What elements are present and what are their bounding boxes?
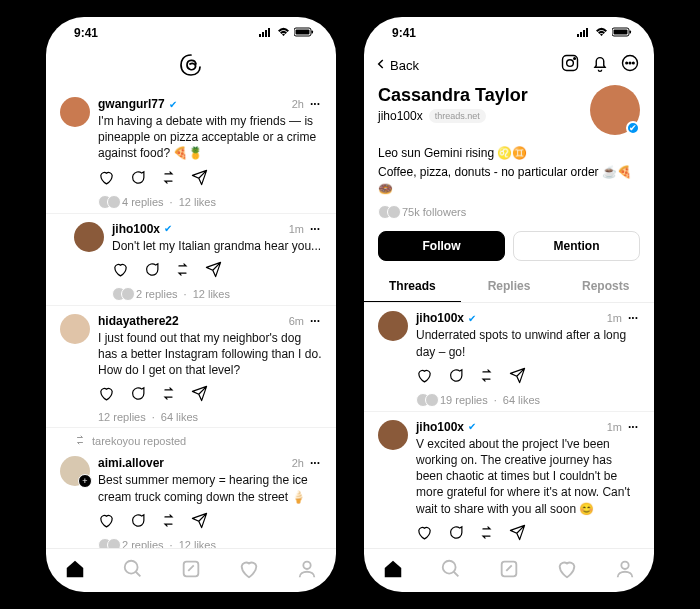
profile-avatar[interactable]: ✔: [590, 85, 640, 135]
avatar[interactable]: [60, 97, 90, 127]
profile-feed-scroll[interactable]: jiho100x ✔ 1m ··· Underrated spots to un…: [364, 303, 654, 548]
reply-avatars[interactable]: [98, 195, 116, 209]
reply-avatars[interactable]: [98, 538, 116, 548]
post-menu-button[interactable]: ···: [626, 420, 640, 434]
username[interactable]: gwangurl77: [98, 97, 165, 111]
avatar[interactable]: [60, 314, 90, 344]
replies-count[interactable]: 2 replies: [122, 539, 164, 548]
svg-point-7: [125, 560, 138, 573]
post-time: 1m: [607, 421, 622, 433]
post-menu-button[interactable]: ···: [308, 97, 322, 111]
username[interactable]: hidayathere22: [98, 314, 179, 328]
tab-home[interactable]: [382, 558, 404, 584]
username[interactable]: jiho100x: [416, 311, 464, 325]
tab-profile[interactable]: [296, 558, 318, 584]
feed-post[interactable]: jiho100x ✔ 1m ··· Underrated spots to un…: [364, 303, 654, 411]
tab-search[interactable]: [440, 558, 462, 584]
like-button[interactable]: [416, 524, 433, 545]
replies-count[interactable]: 12 replies: [98, 411, 146, 423]
username[interactable]: aimi.allover: [98, 456, 164, 470]
like-button[interactable]: [98, 385, 115, 406]
post-time: 2h: [292, 98, 304, 110]
tab-home[interactable]: [64, 558, 86, 584]
comment-button[interactable]: [129, 385, 146, 406]
avatar[interactable]: [74, 222, 104, 252]
repost-button[interactable]: [160, 169, 177, 190]
svg-point-23: [633, 62, 635, 64]
likes-count[interactable]: 12 likes: [179, 196, 216, 208]
replies-count[interactable]: 4 replies: [122, 196, 164, 208]
svg-point-21: [626, 62, 628, 64]
tab-profile[interactable]: [614, 558, 636, 584]
like-button[interactable]: [112, 261, 129, 282]
repost-button[interactable]: [174, 261, 191, 282]
share-button[interactable]: [205, 261, 222, 282]
feed-post[interactable]: gwangurl77 ✔ 2h ··· I'm having a debate …: [46, 89, 336, 214]
verified-icon: ✔: [164, 223, 172, 234]
comment-button[interactable]: [129, 512, 146, 533]
feed-post[interactable]: hidayathere22 6m ··· I just found out th…: [46, 306, 336, 429]
likes-count[interactable]: 12 likes: [193, 288, 230, 300]
reply-avatars[interactable]: [416, 393, 434, 407]
likes-count[interactable]: 64 likes: [161, 411, 198, 423]
replies-count[interactable]: 2 replies: [136, 288, 178, 300]
reply-avatars[interactable]: [112, 287, 130, 301]
tab-compose[interactable]: [180, 558, 202, 584]
tab-threads[interactable]: Threads: [364, 271, 461, 302]
post-menu-button[interactable]: ···: [308, 456, 322, 470]
comment-button[interactable]: [129, 169, 146, 190]
more-button[interactable]: [620, 53, 640, 77]
notifications-button[interactable]: [590, 53, 610, 77]
svg-point-18: [567, 60, 574, 67]
tab-activity[interactable]: [238, 558, 260, 584]
tab-reposts[interactable]: Reposts: [557, 271, 654, 302]
svg-rect-3: [268, 28, 270, 37]
feed-scroll[interactable]: gwangurl77 ✔ 2h ··· I'm having a debate …: [46, 89, 336, 548]
follow-button[interactable]: Follow: [378, 231, 505, 261]
feed-post[interactable]: jiho100x ✔ 1m ··· V excited about the pr…: [364, 412, 654, 548]
tab-replies[interactable]: Replies: [461, 271, 558, 302]
avatar[interactable]: [60, 456, 90, 486]
comment-button[interactable]: [447, 367, 464, 388]
share-button[interactable]: [191, 169, 208, 190]
avatar[interactable]: [378, 420, 408, 450]
username[interactable]: jiho100x: [112, 222, 160, 236]
feed-post[interactable]: aimi.allover 2h ··· Best summer memory =…: [46, 448, 336, 548]
like-button[interactable]: [98, 169, 115, 190]
comment-button[interactable]: [447, 524, 464, 545]
instagram-button[interactable]: [560, 53, 580, 77]
mention-button[interactable]: Mention: [513, 231, 640, 261]
username[interactable]: jiho100x: [416, 420, 464, 434]
domain-pill[interactable]: threads.net: [429, 109, 486, 123]
avatar[interactable]: [378, 311, 408, 341]
feed-post[interactable]: jiho100x ✔ 1m ··· Don't let my Italian g…: [46, 214, 336, 306]
verified-icon: ✔: [468, 421, 476, 432]
share-button[interactable]: [191, 512, 208, 533]
post-menu-button[interactable]: ···: [308, 222, 322, 236]
like-button[interactable]: [416, 367, 433, 388]
follower-avatars[interactable]: [378, 205, 396, 219]
share-button[interactable]: [509, 367, 526, 388]
verified-icon: ✔: [468, 313, 476, 324]
likes-count[interactable]: 64 likes: [503, 394, 540, 406]
repost-button[interactable]: [160, 512, 177, 533]
comment-button[interactable]: [143, 261, 160, 282]
replies-count[interactable]: 19 replies: [440, 394, 488, 406]
post-menu-button[interactable]: ···: [308, 314, 322, 328]
share-button[interactable]: [191, 385, 208, 406]
share-button[interactable]: [509, 524, 526, 545]
status-bar: 9:41: [46, 17, 336, 49]
tab-activity[interactable]: [556, 558, 578, 584]
followers-count[interactable]: 75k followers: [402, 206, 466, 218]
svg-rect-13: [586, 28, 588, 37]
like-button[interactable]: [98, 512, 115, 533]
repost-button[interactable]: [478, 524, 495, 545]
tab-search[interactable]: [122, 558, 144, 584]
post-menu-button[interactable]: ···: [626, 311, 640, 325]
back-button[interactable]: Back: [374, 57, 419, 74]
tab-compose[interactable]: [498, 558, 520, 584]
chevron-left-icon: [374, 57, 388, 74]
repost-button[interactable]: [478, 367, 495, 388]
repost-button[interactable]: [160, 385, 177, 406]
likes-count[interactable]: 12 likes: [179, 539, 216, 548]
